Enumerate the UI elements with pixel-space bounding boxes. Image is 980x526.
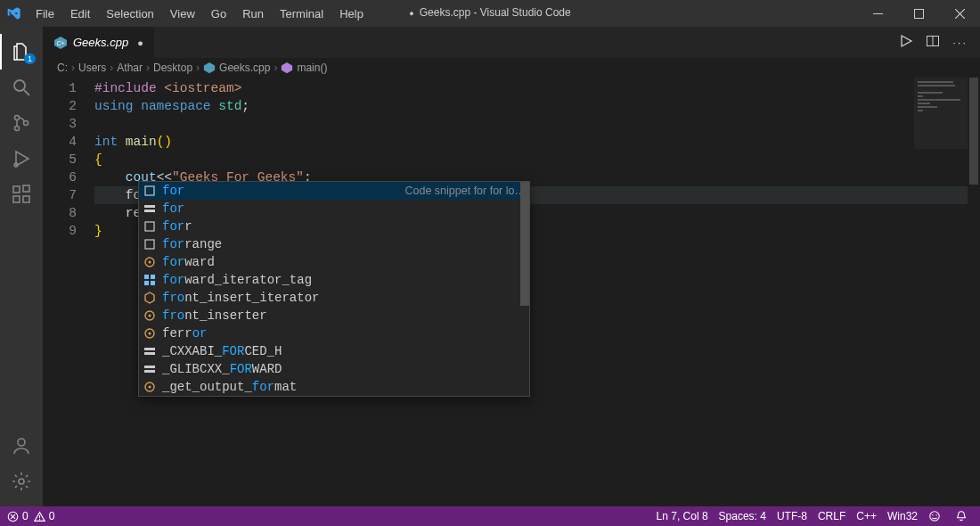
svg-point-2 bbox=[14, 80, 25, 91]
suggest-item[interactable]: ferror bbox=[139, 325, 529, 342]
more-actions-icon[interactable]: ··· bbox=[952, 36, 968, 49]
svg-rect-23 bbox=[144, 275, 149, 279]
class-icon bbox=[143, 380, 157, 394]
code-line[interactable]: #include <iostream> bbox=[94, 79, 980, 97]
breadcrumb-item[interactable]: main() bbox=[281, 62, 327, 74]
intellisense-suggest-widget[interactable]: forCode snippet for for lo…›forforrforra… bbox=[138, 181, 530, 397]
breadcrumb-item[interactable]: Users bbox=[78, 62, 106, 74]
svg-rect-8 bbox=[13, 196, 20, 202]
square-icon bbox=[143, 219, 157, 234]
suggest-item[interactable]: _get_output_format bbox=[139, 378, 529, 396]
suggest-item[interactable]: for bbox=[139, 200, 529, 218]
line-number: 5 bbox=[43, 151, 77, 168]
status-indentation[interactable]: Spaces: 4 bbox=[719, 510, 766, 522]
svg-rect-16 bbox=[145, 186, 154, 195]
svg-rect-17 bbox=[144, 205, 155, 208]
activity-bar: 1 bbox=[0, 27, 43, 506]
suggest-item[interactable]: forCode snippet for for lo…› bbox=[139, 182, 529, 200]
status-errors[interactable]: 0 bbox=[7, 510, 29, 522]
line-number-gutter: 123456789 bbox=[43, 78, 94, 506]
close-button[interactable] bbox=[939, 0, 980, 27]
split-editor-icon[interactable] bbox=[926, 34, 940, 51]
suggest-item[interactable]: _CXXABI_FORCED_H bbox=[139, 342, 529, 360]
line-number: 4 bbox=[43, 133, 77, 151]
svg-point-22 bbox=[149, 261, 151, 264]
suggest-item[interactable]: forrange bbox=[139, 235, 529, 253]
svg-point-28 bbox=[149, 315, 151, 317]
class-icon bbox=[143, 326, 157, 341]
menu-run[interactable]: Run bbox=[235, 4, 271, 24]
line-number: 1 bbox=[43, 79, 77, 97]
svg-rect-24 bbox=[151, 275, 155, 279]
status-warnings[interactable]: 0 bbox=[34, 510, 55, 522]
menu-edit[interactable]: Edit bbox=[63, 4, 97, 24]
status-encoding[interactable]: UTF-8 bbox=[777, 510, 807, 522]
menu-selection[interactable]: Selection bbox=[99, 4, 160, 24]
class-icon bbox=[143, 308, 157, 323]
extensions-icon[interactable] bbox=[0, 177, 43, 212]
status-eol[interactable]: CRLF bbox=[818, 510, 845, 522]
menu-view[interactable]: View bbox=[163, 4, 202, 24]
square-icon bbox=[143, 184, 157, 198]
status-cursor-position[interactable]: Ln 7, Col 8 bbox=[657, 510, 708, 522]
svg-rect-33 bbox=[144, 366, 155, 368]
suggest-item[interactable]: forward_iterator_tag bbox=[139, 271, 529, 289]
suggest-scrollbar[interactable] bbox=[520, 182, 529, 306]
source-control-icon[interactable] bbox=[0, 105, 43, 141]
line-number: 8 bbox=[43, 204, 77, 222]
suggest-item[interactable]: forr bbox=[139, 218, 529, 235]
const-icon bbox=[143, 344, 157, 358]
code-line[interactable]: int main() bbox=[94, 133, 980, 151]
suggest-item[interactable]: forward bbox=[139, 253, 529, 271]
breadcrumb-item[interactable]: Athar bbox=[117, 62, 143, 74]
line-number: 6 bbox=[43, 168, 77, 186]
explorer-icon[interactable]: 1 bbox=[0, 34, 43, 70]
breadcrumb-item[interactable]: Desktop bbox=[153, 62, 192, 74]
status-bar: 0 0 Ln 7, Col 8 Spaces: 4 UTF-8 CRLF C++… bbox=[0, 506, 980, 526]
code-line[interactable]: using namespace std; bbox=[94, 97, 980, 115]
maximize-button[interactable] bbox=[898, 0, 939, 27]
breadcrumbs[interactable]: C:› Users› Athar› Desktop› Geeks.cpp› ma… bbox=[43, 58, 980, 78]
svg-rect-32 bbox=[144, 352, 155, 355]
code-line[interactable] bbox=[94, 115, 980, 133]
minimap[interactable] bbox=[914, 78, 968, 506]
scrollbar-thumb[interactable] bbox=[969, 78, 978, 185]
status-notifications-icon[interactable] bbox=[955, 510, 968, 522]
const-icon bbox=[143, 201, 157, 216]
editor-scrollbar[interactable] bbox=[968, 78, 980, 506]
suggest-label: for bbox=[162, 184, 184, 198]
window-controls bbox=[857, 0, 980, 27]
suggest-item[interactable]: front_insert_iterator bbox=[139, 289, 529, 307]
menu-go[interactable]: Go bbox=[204, 4, 233, 24]
function-icon bbox=[281, 62, 293, 74]
class-icon bbox=[143, 255, 157, 269]
account-icon[interactable] bbox=[0, 428, 43, 464]
status-feedback-icon[interactable] bbox=[928, 510, 941, 522]
settings-gear-icon[interactable] bbox=[0, 464, 43, 499]
suggest-item[interactable]: front_inserter bbox=[139, 307, 529, 325]
minimize-button[interactable] bbox=[857, 0, 898, 27]
run-debug-icon[interactable] bbox=[0, 141, 43, 177]
line-number: 9 bbox=[43, 222, 77, 240]
line-number: 2 bbox=[43, 97, 77, 115]
status-language-mode[interactable]: C++ bbox=[856, 510, 877, 522]
tab-geeks-cpp[interactable]: C+ Geeks.cpp ● bbox=[43, 27, 155, 58]
menu-help[interactable]: Help bbox=[332, 4, 371, 24]
svg-rect-18 bbox=[144, 210, 155, 212]
breadcrumb-item[interactable]: C: bbox=[57, 62, 68, 74]
breadcrumb-item[interactable]: Geeks.cpp bbox=[203, 62, 270, 74]
suggest-item[interactable]: _GLIBCXX_FORWARD bbox=[139, 360, 529, 378]
cpp-file-icon bbox=[203, 62, 216, 74]
status-build-target[interactable]: Win32 bbox=[887, 510, 918, 522]
code-line[interactable]: { bbox=[94, 151, 980, 168]
menu-file[interactable]: File bbox=[29, 4, 61, 24]
title-bar: File Edit Selection View Go Run Terminal… bbox=[0, 0, 980, 27]
svg-rect-26 bbox=[151, 281, 155, 285]
explorer-badge: 1 bbox=[24, 53, 36, 64]
menu-terminal[interactable]: Terminal bbox=[273, 4, 331, 24]
suggest-label: ferror bbox=[162, 326, 207, 341]
svg-text:C+: C+ bbox=[56, 40, 64, 46]
search-icon[interactable] bbox=[0, 70, 43, 105]
vscode-logo-icon bbox=[7, 6, 21, 21]
run-code-icon[interactable] bbox=[899, 34, 913, 51]
